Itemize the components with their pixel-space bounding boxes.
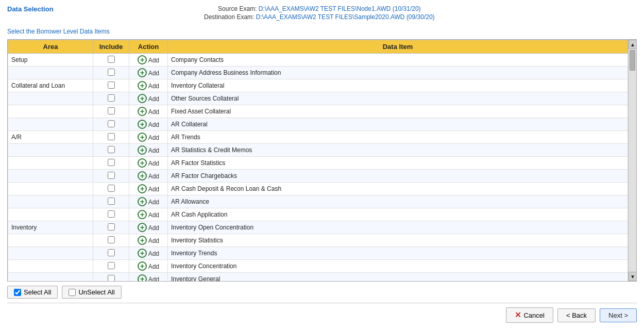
include-cell[interactable] [93, 170, 129, 183]
next-button[interactable]: Next > [600, 308, 637, 322]
add-icon[interactable]: + [138, 94, 147, 103]
add-icon[interactable]: + [138, 184, 147, 193]
include-cell[interactable] [93, 195, 129, 208]
cancel-label: Cancel [523, 311, 544, 319]
add-icon[interactable]: + [138, 261, 147, 271]
include-checkbox[interactable] [108, 172, 115, 179]
include-cell[interactable] [93, 260, 129, 273]
include-checkbox[interactable] [108, 159, 115, 166]
add-icon[interactable]: + [138, 68, 147, 77]
action-label: Add [148, 160, 159, 167]
scrollbar-thumb[interactable] [630, 50, 635, 71]
include-checkbox[interactable] [108, 185, 115, 192]
add-icon[interactable]: + [138, 171, 147, 181]
area-cell [8, 273, 93, 282]
scrollbar-up[interactable]: ▲ [629, 40, 636, 49]
include-checkbox[interactable] [108, 94, 115, 102]
add-icon[interactable]: + [138, 81, 147, 90]
table-row: + AddCompany Address Business Informatio… [8, 67, 628, 79]
action-cell[interactable]: + Add [129, 183, 168, 195]
table-row: + AddAR Statistics & Credit Memos [8, 144, 628, 157]
include-checkbox[interactable] [108, 223, 115, 231]
action-cell[interactable]: + Add [129, 131, 168, 144]
add-icon[interactable]: + [138, 249, 147, 258]
include-checkbox[interactable] [108, 198, 115, 205]
action-label: Add [148, 263, 159, 270]
action-cell[interactable]: + Add [129, 247, 168, 260]
select-all-button[interactable]: Select All [7, 286, 58, 299]
include-cell[interactable] [93, 157, 129, 170]
action-cell[interactable]: + Add [129, 273, 168, 282]
action-cell[interactable]: + Add [129, 118, 168, 131]
include-checkbox[interactable] [108, 275, 115, 282]
add-icon[interactable]: + [138, 158, 147, 168]
action-label: Add [148, 57, 159, 64]
scrollbar-down[interactable]: ▼ [629, 272, 636, 281]
add-icon[interactable]: + [138, 120, 147, 129]
add-icon[interactable]: + [138, 133, 147, 142]
include-cell[interactable] [93, 118, 129, 131]
add-icon[interactable]: + [138, 210, 147, 219]
include-checkbox[interactable] [108, 262, 115, 269]
data-item-cell: Other Sources Collateral [168, 92, 628, 105]
action-cell[interactable]: + Add [129, 234, 168, 247]
include-cell[interactable] [93, 144, 129, 157]
action-cell[interactable]: + Add [129, 157, 168, 170]
cancel-button[interactable]: ✕ Cancel [506, 307, 553, 323]
unselect-all-checkbox[interactable] [69, 289, 76, 296]
include-cell[interactable] [93, 105, 129, 118]
add-icon[interactable]: + [138, 236, 147, 245]
include-cell[interactable] [93, 92, 129, 105]
select-all-checkbox[interactable] [14, 289, 21, 296]
back-button[interactable]: < Back [557, 308, 596, 322]
include-checkbox[interactable] [108, 56, 115, 63]
include-checkbox[interactable] [108, 69, 115, 76]
area-cell [8, 170, 93, 183]
include-checkbox[interactable] [108, 236, 115, 243]
action-cell[interactable]: + Add [129, 170, 168, 183]
action-cell[interactable]: + Add [129, 260, 168, 273]
action-cell[interactable]: + Add [129, 79, 168, 92]
include-checkbox[interactable] [108, 210, 115, 218]
area-cell: Setup [8, 54, 93, 67]
table-row: + AddAR Factor Statistics [8, 157, 628, 170]
table-row: + AddInventory Statistics [8, 234, 628, 247]
include-cell[interactable] [93, 208, 129, 221]
action-cell[interactable]: + Add [129, 105, 168, 118]
area-cell [8, 208, 93, 221]
add-icon[interactable]: + [138, 223, 147, 232]
include-checkbox[interactable] [108, 249, 115, 256]
action-label: Add [148, 173, 159, 180]
include-cell[interactable] [93, 67, 129, 79]
area-cell [8, 105, 93, 118]
action-cell[interactable]: + Add [129, 67, 168, 79]
action-label: Add [148, 237, 159, 244]
include-checkbox[interactable] [108, 120, 115, 127]
area-cell [8, 118, 93, 131]
include-cell[interactable] [93, 131, 129, 144]
action-cell[interactable]: + Add [129, 195, 168, 208]
data-item-cell: Inventory Open Concentration [168, 221, 628, 234]
include-checkbox[interactable] [108, 146, 115, 153]
include-cell[interactable] [93, 247, 129, 260]
add-icon[interactable]: + [138, 145, 147, 155]
add-icon[interactable]: + [138, 55, 147, 64]
action-cell[interactable]: + Add [129, 144, 168, 157]
action-cell[interactable]: + Add [129, 208, 168, 221]
unselect-all-button[interactable]: UnSelect All [62, 286, 121, 299]
include-cell[interactable] [93, 221, 129, 234]
add-icon[interactable]: + [138, 274, 147, 281]
include-cell[interactable] [93, 183, 129, 195]
include-cell[interactable] [93, 273, 129, 282]
action-cell[interactable]: + Add [129, 221, 168, 234]
include-checkbox[interactable] [108, 133, 115, 140]
include-checkbox[interactable] [108, 81, 115, 89]
include-cell[interactable] [93, 79, 129, 92]
include-cell[interactable] [93, 234, 129, 247]
action-cell[interactable]: + Add [129, 92, 168, 105]
action-cell[interactable]: + Add [129, 54, 168, 67]
add-icon[interactable]: + [138, 197, 147, 206]
include-checkbox[interactable] [108, 107, 115, 114]
add-icon[interactable]: + [138, 107, 147, 116]
include-cell[interactable] [93, 54, 129, 67]
